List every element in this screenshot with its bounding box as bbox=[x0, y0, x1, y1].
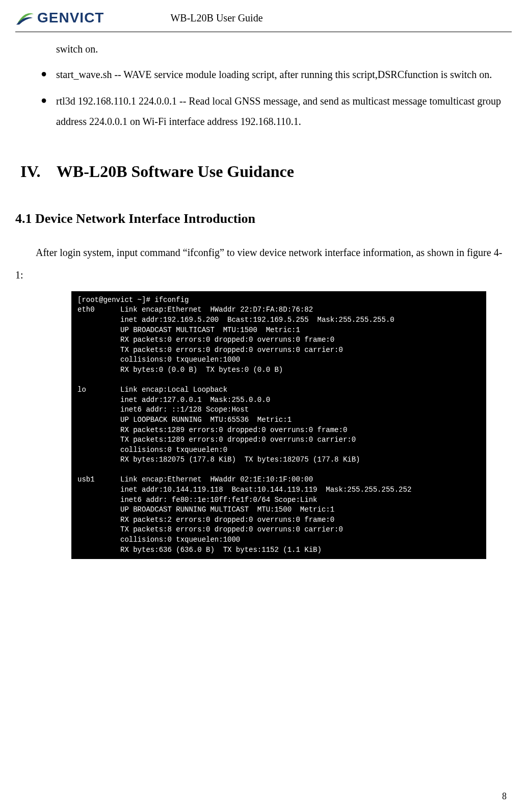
paragraph: After login system, input command “ifcon… bbox=[15, 241, 507, 286]
list-item-text: rtl3d 192.168.110.1 224.0.0.1 -- Read lo… bbox=[56, 91, 507, 132]
logo-swoosh-icon bbox=[15, 8, 35, 28]
list-item: ● rtl3d 192.168.110.1 224.0.0.1 -- Read … bbox=[41, 91, 507, 132]
doc-title: WB-L20B User Guide bbox=[170, 9, 262, 27]
orphan-text: switch on. bbox=[56, 40, 507, 58]
section-heading: IV. WB-L20B Software Use Guidance bbox=[20, 157, 507, 187]
subsection-heading: 4.1 Device Network Interface Introductio… bbox=[15, 207, 507, 231]
list-item: ● start_wave.sh -- WAVE service module l… bbox=[41, 64, 507, 85]
bullet-icon: ● bbox=[41, 91, 56, 132]
terminal-output: [root@genvict ~]# ifconfig eth0 Link enc… bbox=[71, 291, 486, 559]
logo: GENVICT bbox=[15, 5, 104, 31]
page-content: switch on. ● start_wave.sh -- WAVE servi… bbox=[15, 40, 512, 559]
list-item-text: start_wave.sh -- WAVE service module loa… bbox=[56, 64, 507, 85]
page-number: 8 bbox=[502, 788, 507, 804]
page-header: GENVICT WB-L20B User Guide bbox=[15, 5, 512, 32]
bullet-icon: ● bbox=[41, 64, 56, 85]
logo-text: GENVICT bbox=[37, 5, 104, 31]
